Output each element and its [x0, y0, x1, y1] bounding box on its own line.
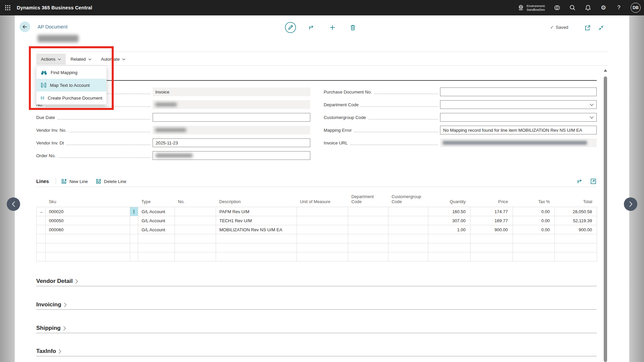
- help-icon[interactable]: ?: [615, 4, 623, 11]
- cell-description[interactable]: TECH1 Rev U/M: [216, 216, 297, 225]
- tab-related[interactable]: Related: [66, 54, 96, 65]
- share-lines-icon[interactable]: [577, 178, 583, 185]
- col-header-no[interactable]: No.: [175, 194, 216, 207]
- previous-record-button[interactable]: [7, 197, 20, 211]
- cell-tax[interactable]: 0.00: [513, 225, 555, 234]
- form-row-order-no: Order No.: [36, 151, 310, 160]
- cell-sku[interactable]: 000050: [46, 216, 130, 225]
- cell-uom[interactable]: [297, 207, 348, 216]
- section-vendor-detail[interactable]: Vendor Detail: [36, 278, 78, 285]
- scrollbar-thumb[interactable]: [604, 76, 607, 362]
- table-row-empty: [37, 243, 597, 252]
- cell-custgroup[interactable]: [388, 225, 428, 234]
- col-header-tax[interactable]: Tax %: [513, 194, 555, 207]
- cell-type[interactable]: G/L Account: [138, 216, 175, 225]
- delete-line-button[interactable]: Delete Line: [96, 179, 126, 184]
- cell-dept[interactable]: [348, 225, 388, 234]
- app-title: Dynamics 365 Business Central: [17, 5, 92, 10]
- cell-sku[interactable]: 000020: [46, 207, 130, 216]
- breadcrumb[interactable]: AP Document: [38, 24, 67, 29]
- edit-pencil-button[interactable]: [285, 22, 296, 33]
- cell-type[interactable]: G/L Account: [138, 207, 175, 216]
- search-icon[interactable]: [569, 4, 576, 11]
- cell-tax[interactable]: 0.00: [513, 216, 555, 225]
- lines-toolbar-divider: [36, 187, 597, 187]
- cell-sku[interactable]: 000060: [46, 225, 130, 234]
- col-header-quantity[interactable]: Quantity: [428, 194, 471, 207]
- open-in-new-window-icon[interactable]: [582, 22, 593, 34]
- col-header-total[interactable]: Total: [555, 194, 597, 207]
- cell-no[interactable]: [175, 216, 216, 225]
- cell-no[interactable]: [175, 207, 216, 216]
- customergroup-code-select[interactable]: [440, 113, 597, 122]
- cell-quantity[interactable]: 1.00: [428, 225, 471, 234]
- due-date-input[interactable]: [153, 113, 310, 122]
- document-type-field: Invoice: [153, 87, 310, 96]
- cell-uom[interactable]: [297, 225, 348, 234]
- cell-price[interactable]: 169.77: [471, 216, 513, 225]
- col-header-type[interactable]: Type: [138, 194, 175, 207]
- scrollbar-up-arrow[interactable]: [604, 69, 607, 72]
- notifications-bell-icon[interactable]: [584, 4, 592, 11]
- menu-item-find-mapping[interactable]: Find Mapping: [37, 66, 106, 79]
- col-header-customergroup-code[interactable]: Customergroup Code: [388, 194, 428, 207]
- new-line-button[interactable]: New Line: [61, 179, 88, 184]
- col-header-unit-of-measure[interactable]: Unit of Measure: [297, 194, 348, 207]
- cell-description[interactable]: PAFM Rev U/M: [216, 207, 297, 216]
- menu-item-create-purchase-document[interactable]: Create Purchase Document: [37, 92, 106, 104]
- cell-total[interactable]: 900.00: [555, 225, 597, 234]
- field-label: Invoice URL: [324, 140, 348, 145]
- chevron-down-icon: [88, 58, 92, 60]
- cell-total[interactable]: 28,050.58: [555, 207, 597, 216]
- cell-custgroup[interactable]: [388, 207, 428, 216]
- cell-dept[interactable]: [348, 216, 388, 225]
- chevron-right-icon: [58, 349, 61, 354]
- settings-gear-icon[interactable]: ⚙: [600, 4, 607, 11]
- col-header-price[interactable]: Price: [471, 194, 513, 207]
- environment-indicator[interactable]: Environment: SandboxDev: [518, 4, 545, 11]
- section-shipping[interactable]: Shipping: [36, 325, 66, 331]
- collapse-view-icon[interactable]: [595, 22, 607, 34]
- cell-description[interactable]: MOBILIZATION Rev NS U/M EA: [216, 225, 297, 234]
- table-row-empty: [37, 252, 597, 261]
- cell-quantity[interactable]: 307.00: [428, 216, 471, 225]
- next-record-button[interactable]: [624, 197, 637, 211]
- focus-mode-icon[interactable]: [590, 178, 597, 185]
- form-row-vendor-inv-dt: Vendor Inv. Dt 2025-11-23: [36, 138, 310, 147]
- environment-label: Environment:: [527, 4, 545, 8]
- mapping-error-input[interactable]: No Mapping record found for line item MO…: [440, 126, 597, 134]
- row-menu-button[interactable]: ⋮: [130, 207, 138, 216]
- back-button[interactable]: [19, 21, 30, 32]
- order-no-input[interactable]: [153, 151, 310, 160]
- cell-dept[interactable]: [348, 207, 388, 216]
- waffle-menu-icon[interactable]: [0, 0, 15, 15]
- col-header-sku[interactable]: Sku: [46, 194, 130, 207]
- purchase-document-no-input[interactable]: [440, 87, 597, 96]
- map-text-icon: [41, 82, 47, 88]
- cell-no[interactable]: [175, 225, 216, 234]
- menu-item-map-text-to-account[interactable]: Map Text to Account: [37, 79, 106, 92]
- department-code-select[interactable]: [440, 100, 597, 109]
- cell-price[interactable]: 900.00: [471, 225, 513, 234]
- tab-actions[interactable]: Actions: [36, 54, 66, 65]
- delete-trash-button[interactable]: [347, 22, 359, 33]
- cell-price[interactable]: 174.77: [471, 207, 513, 216]
- user-avatar[interactable]: DB: [631, 3, 641, 13]
- cell-quantity[interactable]: 160.50: [428, 207, 471, 216]
- cell-tax[interactable]: 0.00: [513, 207, 555, 216]
- cell-total[interactable]: 52,119.39: [555, 216, 597, 225]
- share-button[interactable]: [306, 22, 317, 33]
- col-header-department-code[interactable]: Department Code: [348, 194, 388, 207]
- vendor-inv-dt-input[interactable]: 2025-11-23: [153, 138, 310, 147]
- col-header-description[interactable]: Description: [216, 194, 297, 207]
- new-plus-button[interactable]: [327, 22, 338, 33]
- field-label: Order No.: [36, 153, 56, 158]
- section-taxinfo[interactable]: TaxInfo: [36, 348, 61, 355]
- chevron-left-icon: [12, 201, 15, 207]
- tab-automate[interactable]: Automate: [96, 54, 130, 65]
- cell-type[interactable]: G/L Account: [138, 225, 175, 234]
- cell-custgroup[interactable]: [388, 216, 428, 225]
- section-invoicing[interactable]: Invoicing: [36, 301, 67, 308]
- cell-uom[interactable]: [297, 216, 348, 225]
- copilot-icon[interactable]: [553, 4, 561, 11]
